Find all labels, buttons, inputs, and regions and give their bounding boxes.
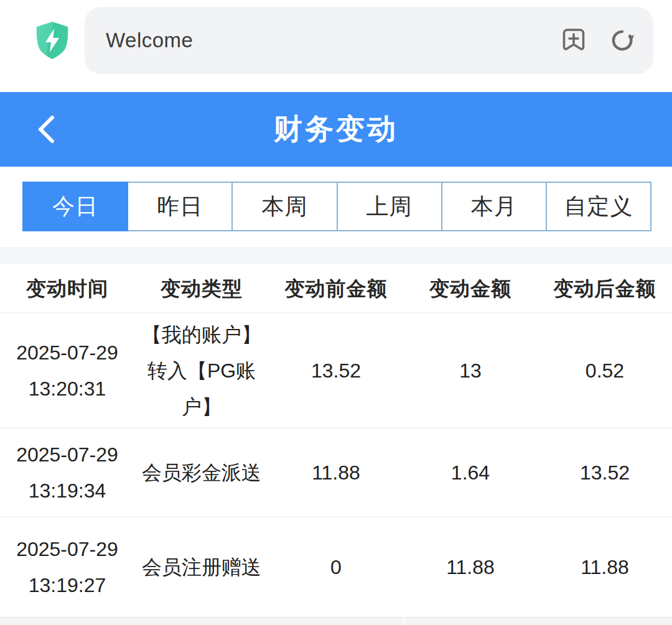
cell-type: 会员注册赠送	[134, 549, 269, 585]
col-header-amount: 变动金额	[403, 271, 538, 307]
cell-change-amount: 11.88	[403, 549, 538, 585]
chevron-left-icon	[35, 113, 58, 146]
address-bar[interactable]: Welcome	[85, 7, 653, 74]
cell-time-line: 13:19:27	[0, 567, 134, 603]
cell-after-amount: 11.88	[538, 549, 672, 585]
col-header-after: 变动后金额	[538, 271, 672, 307]
shield-lightning-icon	[33, 20, 72, 61]
cell-time-line: 13:20:31	[0, 371, 134, 407]
cell-time-line: 13:19:34	[0, 473, 134, 509]
tab-this-week[interactable]: 本周	[231, 182, 337, 231]
cell-after-amount: 13.52	[538, 455, 672, 491]
tab-today[interactable]: 今日	[22, 182, 128, 231]
cell-time: 2025-07-29 13:19:27	[0, 531, 134, 603]
tab-this-month[interactable]: 本月	[441, 182, 547, 231]
tab-custom[interactable]: 自定义	[546, 182, 651, 231]
tab-yesterday[interactable]: 昨日	[127, 182, 233, 231]
cell-change-amount: 1.64	[403, 455, 538, 491]
section-divider	[0, 248, 672, 264]
col-header-before: 变动前金额	[269, 271, 403, 307]
table-row: 2025-07-29 13:19:27 会员注册赠送 0 11.88 11.88	[0, 516, 672, 617]
tab-last-week[interactable]: 上周	[337, 182, 442, 231]
date-filter-tabs: 今日 昨日 本周 上周 本月 自定义	[22, 182, 651, 231]
address-text: Welcome	[106, 29, 559, 52]
page-header: 财务变动	[0, 92, 672, 167]
back-button[interactable]	[25, 92, 68, 167]
table-row: 2025-07-29 13:20:31 【我的账户】转入【PG账户】 13.52…	[0, 312, 672, 427]
page-title: 财务变动	[274, 110, 398, 149]
browser-bar: Welcome	[0, 0, 672, 81]
bottom-strip-divider	[403, 618, 406, 625]
cell-type: 会员彩金派送	[134, 455, 269, 491]
cell-date-line: 2025-07-29	[0, 335, 134, 371]
add-bookmark-icon[interactable]	[559, 25, 589, 55]
cell-time: 2025-07-29 13:20:31	[0, 335, 134, 407]
browser-logo	[20, 20, 85, 61]
cell-time: 2025-07-29 13:19:34	[0, 437, 134, 509]
cell-before-amount: 0	[269, 549, 403, 585]
table-header-row: 变动时间 变动类型 变动前金额 变动金额 变动后金额	[0, 264, 672, 312]
cell-date-line: 2025-07-29	[0, 531, 134, 567]
cell-before-amount: 11.88	[269, 455, 403, 491]
cell-change-amount: 13	[403, 353, 538, 389]
reload-icon[interactable]	[607, 25, 637, 55]
bottom-edge-strip	[0, 617, 672, 625]
cell-type: 【我的账户】转入【PG账户】	[134, 317, 269, 425]
cell-after-amount: 0.52	[538, 353, 672, 389]
table-row: 2025-07-29 13:19:34 会员彩金派送 11.88 1.64 13…	[0, 427, 672, 516]
col-header-type: 变动类型	[134, 271, 269, 307]
cell-before-amount: 13.52	[269, 353, 403, 389]
cell-date-line: 2025-07-29	[0, 437, 134, 473]
transactions-table: 变动时间 变动类型 变动前金额 变动金额 变动后金额 2025-07-29 13…	[0, 264, 672, 617]
col-header-time: 变动时间	[0, 271, 134, 307]
